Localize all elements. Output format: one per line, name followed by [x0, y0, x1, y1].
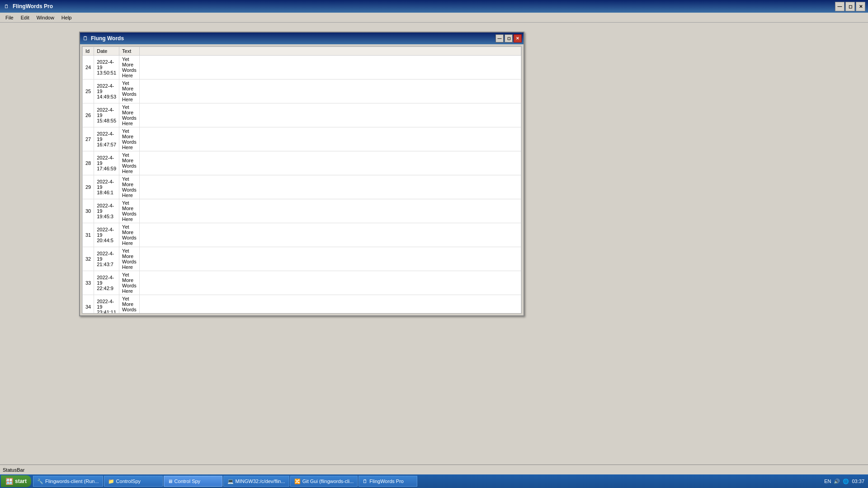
- inner-close-button[interactable]: ✕: [514, 34, 522, 42]
- cell-id: 31: [83, 223, 94, 247]
- inner-window: 🗒 Flung Words — ◻ ✕ Id Date Text: [79, 32, 524, 316]
- cell-text: Yet More Words Here: [119, 247, 140, 271]
- table-row[interactable]: 272022-4-19 16:47:57Yet More Words Here: [83, 127, 521, 151]
- tray-icon-network: 🌐: [843, 479, 849, 484]
- cell-extra: [139, 151, 521, 175]
- cell-id: 25: [83, 80, 94, 103]
- tray-icon-sound: 🔊: [834, 479, 840, 484]
- cell-extra: [139, 295, 521, 314]
- taskbar-item-1[interactable]: 📁 ControlSpy: [104, 476, 163, 487]
- menu-help[interactable]: Help: [58, 14, 75, 21]
- table-row[interactable]: 242022-4-19 13:50:51Yet More Words Here: [83, 56, 521, 80]
- app-title-bar: 🗒 FlingWords Pro — ◻ ✕: [0, 0, 868, 13]
- taskbar-item-0[interactable]: 🔧 Flingwords-client (Run...: [33, 476, 103, 487]
- table-row[interactable]: 322022-4-19 21:43:7Yet More Words Here: [83, 247, 521, 271]
- cell-date: 2022-4-19 15:48:55: [94, 103, 119, 127]
- data-table: Id Date Text 242022-4-19 13:50:51Yet Mor…: [82, 47, 521, 313]
- taskbar-item-3[interactable]: 💻 MINGW32:/c/dev/flin...: [223, 476, 289, 487]
- taskbar-item-icon-3: 💻: [227, 479, 234, 484]
- inner-title-bar: 🗒 Flung Words — ◻ ✕: [80, 33, 524, 44]
- app-title: FlingWords Pro: [13, 3, 835, 9]
- cell-extra: [139, 80, 521, 103]
- cell-extra: [139, 103, 521, 127]
- menu-window[interactable]: Window: [33, 14, 58, 21]
- cell-date: 2022-4-19 17:46:59: [94, 151, 119, 175]
- cell-id: 33: [83, 271, 94, 295]
- table-row[interactable]: 312022-4-19 20:44:5Yet More Words Here: [83, 223, 521, 247]
- cell-extra: [139, 175, 521, 199]
- restore-button[interactable]: ◻: [845, 2, 855, 11]
- inner-window-icon: 🗒: [82, 35, 89, 42]
- clock: 03:37: [852, 479, 864, 484]
- cell-id: 30: [83, 199, 94, 223]
- table-row[interactable]: 342022-4-19 23:41:11Yet More Words Here: [83, 295, 521, 314]
- table-row[interactable]: 252022-4-19 14:49:53Yet More Words Here: [83, 80, 521, 103]
- cell-id: 34: [83, 295, 94, 314]
- taskbar: 🪟 start 🔧 Flingwords-client (Run... 📁 Co…: [0, 474, 868, 488]
- inner-minimize-button[interactable]: —: [495, 34, 504, 42]
- taskbar-item-label-0: Flingwords-client (Run...: [45, 479, 99, 484]
- col-header-id: Id: [83, 47, 94, 56]
- cell-date: 2022-4-19 16:47:57: [94, 127, 119, 151]
- menu-bar: File Edit Window Help: [0, 13, 868, 23]
- taskbar-item-label-2: Control Spy: [175, 479, 200, 484]
- grid-scroll-area[interactable]: Id Date Text 242022-4-19 13:50:51Yet Mor…: [82, 47, 521, 313]
- taskbar-item-5[interactable]: 🗒 FlingWords Pro: [359, 476, 417, 487]
- taskbar-item-4[interactable]: 🔀 Git Gui (flingwords-cli...: [290, 476, 358, 487]
- cell-date: 2022-4-19 14:49:53: [94, 80, 119, 103]
- title-bar-buttons: — ◻ ✕: [835, 2, 865, 11]
- cell-date: 2022-4-19 22:42:9: [94, 271, 119, 295]
- col-header-text: Text: [119, 47, 140, 56]
- taskbar-items: 🔧 Flingwords-client (Run... 📁 ControlSpy…: [32, 476, 821, 487]
- cell-text: Yet More Words Here: [119, 271, 140, 295]
- inner-maximize-button[interactable]: ◻: [505, 34, 513, 42]
- start-label: start: [15, 478, 27, 484]
- table-row[interactable]: 332022-4-19 22:42:9Yet More Words Here: [83, 271, 521, 295]
- inner-title-buttons: — ◻ ✕: [495, 34, 522, 42]
- data-grid-container: Id Date Text 242022-4-19 13:50:51Yet Mor…: [82, 46, 522, 314]
- cell-text: Yet More Words Here: [119, 151, 140, 175]
- cell-extra: [139, 56, 521, 80]
- cell-date: 2022-4-19 20:44:5: [94, 223, 119, 247]
- table-row[interactable]: 292022-4-19 18:46:1Yet More Words Here: [83, 175, 521, 199]
- taskbar-tray: EN 🔊 🌐 03:37: [821, 479, 867, 484]
- minimize-button[interactable]: —: [835, 2, 844, 11]
- taskbar-item-icon-4: 🔀: [294, 479, 301, 484]
- table-row[interactable]: 262022-4-19 15:48:55Yet More Words Here: [83, 103, 521, 127]
- cell-text: Yet More Words Here: [119, 295, 140, 314]
- taskbar-item-icon-0: 🔧: [37, 479, 43, 484]
- col-header-date: Date: [94, 47, 119, 56]
- inner-window-title: Flung Words: [91, 35, 495, 42]
- cell-id: 29: [83, 175, 94, 199]
- cell-date: 2022-4-19 23:41:11: [94, 295, 119, 314]
- menu-file[interactable]: File: [2, 14, 17, 21]
- cell-text: Yet More Words Here: [119, 103, 140, 127]
- cell-id: 24: [83, 56, 94, 80]
- taskbar-item-icon-5: 🗒: [363, 479, 368, 484]
- menu-edit[interactable]: Edit: [17, 14, 33, 21]
- cell-text: Yet More Words Here: [119, 175, 140, 199]
- status-bar: StatusBar: [0, 465, 868, 474]
- cell-text: Yet More Words Here: [119, 223, 140, 247]
- cell-text: Yet More Words Here: [119, 127, 140, 151]
- cell-extra: [139, 271, 521, 295]
- table-row[interactable]: 282022-4-19 17:46:59Yet More Words Here: [83, 151, 521, 175]
- close-button[interactable]: ✕: [856, 2, 865, 11]
- cell-id: 28: [83, 151, 94, 175]
- cell-date: 2022-4-19 18:46:1: [94, 175, 119, 199]
- taskbar-item-label-4: Git Gui (flingwords-cli...: [302, 479, 354, 484]
- cell-text: Yet More Words Here: [119, 199, 140, 223]
- table-row[interactable]: 302022-4-19 19:45:3Yet More Words Here: [83, 199, 521, 223]
- col-header-extra: [139, 47, 521, 56]
- cell-extra: [139, 199, 521, 223]
- cell-id: 26: [83, 103, 94, 127]
- taskbar-item-label-1: ControlSpy: [116, 479, 141, 484]
- cell-extra: [139, 247, 521, 271]
- start-icon: 🪟: [5, 478, 13, 485]
- start-button[interactable]: 🪟 start: [1, 475, 31, 487]
- taskbar-item-label-5: FlingWords Pro: [369, 479, 404, 484]
- status-text: StatusBar: [3, 467, 24, 473]
- taskbar-item-label-3: MINGW32:/c/dev/flin...: [236, 479, 285, 484]
- cell-extra: [139, 223, 521, 247]
- taskbar-item-2[interactable]: 🖥 Control Spy: [164, 476, 222, 487]
